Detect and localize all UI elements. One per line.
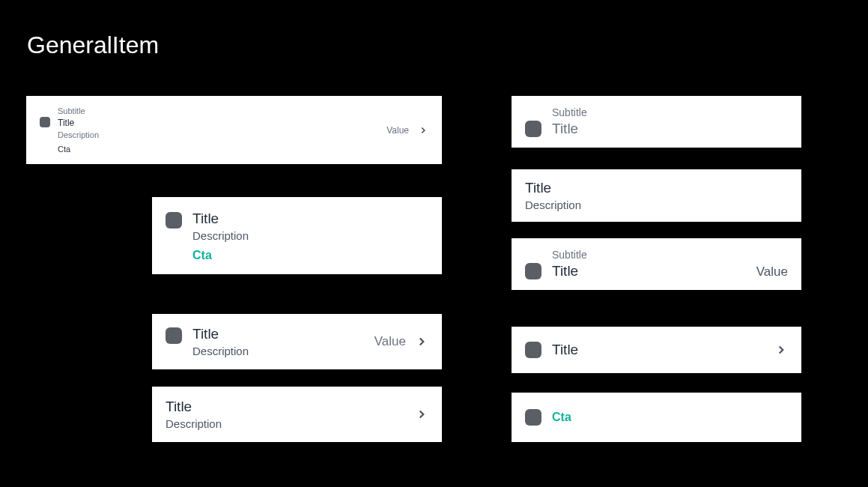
general-item[interactable]: Subtitle Title Description Cta Value	[26, 96, 442, 164]
leading-icon	[525, 409, 541, 426]
cta-link[interactable]: Cta	[58, 145, 386, 154]
subtitle: Subtitle	[58, 106, 386, 115]
title: Title	[552, 121, 788, 137]
value-label: Value	[374, 334, 406, 349]
chevron-right-icon	[415, 408, 428, 421]
general-item[interactable]: Cta	[512, 393, 801, 442]
general-item[interactable]: Title Description Value	[152, 314, 442, 369]
page-title: GeneralItem	[0, 0, 868, 59]
title: Title	[552, 263, 756, 279]
description: Description	[525, 199, 788, 211]
title: Title	[525, 180, 788, 196]
general-item[interactable]: Title Description	[152, 387, 442, 442]
description: Description	[192, 345, 374, 357]
title: Title	[58, 118, 386, 128]
value-label: Value	[386, 125, 409, 136]
subtitle: Subtitle	[552, 249, 756, 261]
leading-icon	[525, 121, 541, 137]
leading-icon	[40, 117, 50, 127]
leading-icon	[166, 327, 182, 344]
leading-icon	[525, 342, 541, 358]
leading-icon	[525, 263, 541, 279]
title: Title	[166, 399, 415, 415]
general-item[interactable]: Title	[512, 327, 801, 373]
title: Title	[192, 326, 374, 342]
general-item[interactable]: Subtitle Title	[512, 96, 801, 148]
chevron-right-icon	[774, 343, 788, 357]
description: Description	[166, 417, 415, 430]
cta-link[interactable]: Cta	[552, 411, 788, 424]
leading-icon	[166, 212, 182, 229]
general-item[interactable]: Title Description Cta	[152, 197, 442, 274]
chevron-right-icon	[418, 125, 428, 136]
title: Title	[192, 211, 428, 227]
description: Description	[192, 229, 428, 242]
cta-link[interactable]: Cta	[192, 249, 428, 262]
description: Description	[58, 130, 386, 139]
general-item[interactable]: Subtitle Title Value	[512, 238, 801, 290]
subtitle: Subtitle	[552, 106, 788, 118]
title: Title	[552, 342, 774, 358]
general-item[interactable]: Title Description	[512, 169, 801, 222]
chevron-right-icon	[415, 335, 428, 348]
value-label: Value	[756, 264, 788, 279]
